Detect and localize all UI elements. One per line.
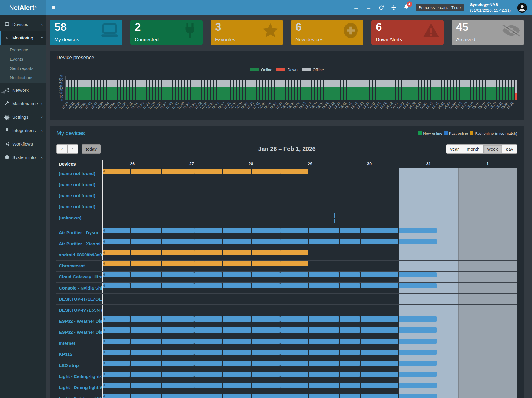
presence-event-bar[interactable] (252, 272, 280, 277)
device-name-link[interactable]: KP115 (56, 349, 102, 360)
presence-event-bar[interactable] (131, 361, 161, 366)
device-name-link[interactable]: ESP32 - Weather Display (56, 327, 102, 338)
notifications-bell-icon[interactable]: 4 (403, 4, 410, 11)
presence-event-bar[interactable] (309, 339, 339, 344)
device-name-link[interactable]: Console - Nvidia Shield T (56, 283, 102, 293)
sidebar-item-system-info[interactable]: System info‹ (0, 151, 46, 164)
card-archived[interactable]: 45Archived (452, 20, 524, 45)
presence-event-bar[interactable] (223, 361, 251, 366)
sidebar-toggle-hamburger-icon[interactable]: ≡ (46, 0, 61, 15)
presence-event-bar[interactable] (361, 350, 398, 355)
presence-event-bar[interactable] (361, 339, 398, 344)
user-avatar[interactable] (517, 3, 527, 13)
sidebar-item-maintenance[interactable]: Maintenance‹ (0, 97, 46, 110)
presence-event-bar[interactable] (131, 239, 161, 244)
card-new-devices[interactable]: 6New devices (291, 20, 363, 45)
presence-event-bar[interactable] (223, 394, 251, 398)
presence-event-bar[interactable] (194, 372, 222, 377)
presence-event-bar[interactable] (280, 261, 308, 266)
device-name-link[interactable]: Cloud Gateway Ultra (56, 272, 102, 282)
presence-event-bar[interactable] (361, 327, 398, 333)
presence-event-bar[interactable] (162, 361, 194, 366)
presence-event-bar[interactable] (340, 228, 360, 233)
presence-event-bar[interactable] (399, 239, 437, 244)
presence-event-bar[interactable] (252, 169, 280, 174)
presence-event-bar[interactable] (309, 361, 339, 366)
presence-event-bar[interactable] (103, 316, 130, 322)
presence-event-bar[interactable] (252, 394, 280, 398)
device-name-link[interactable]: Light - Dining light WiFi (56, 382, 102, 393)
presence-event-bar[interactable] (194, 339, 222, 344)
presence-event-bar[interactable] (340, 350, 360, 355)
presence-event-bar[interactable] (103, 169, 130, 174)
presence-event-bar[interactable] (103, 372, 130, 377)
presence-event-bar[interactable] (280, 228, 308, 233)
presence-event-bar[interactable] (223, 383, 251, 388)
presence-event-tick[interactable] (334, 213, 335, 218)
forward-arrow-icon[interactable]: → (366, 4, 372, 11)
presence-event-bar[interactable] (131, 316, 161, 322)
presence-event-bar[interactable] (103, 339, 130, 344)
presence-event-bar[interactable] (399, 272, 437, 277)
presence-event-bar[interactable] (399, 316, 437, 322)
presence-event-bar[interactable] (131, 169, 161, 174)
device-name-link[interactable]: Internet (56, 338, 102, 349)
submenu-item-events[interactable]: Events (0, 55, 46, 64)
card-favorites[interactable]: 3Favorites (211, 20, 283, 45)
device-name-link[interactable]: android-68608b93a00e4 (56, 249, 102, 260)
presence-event-bar[interactable] (340, 394, 360, 398)
sidebar-item-settings[interactable]: Settings‹ (0, 110, 46, 124)
card-connected[interactable]: 2Connected (130, 20, 203, 45)
presence-event-bar[interactable] (399, 283, 437, 288)
sidebar-item-integrations[interactable]: Integrations‹ (0, 124, 46, 137)
presence-event-bar[interactable] (131, 350, 161, 355)
device-name-link[interactable]: DESKTOP-H71L7GE 1f:99 (56, 294, 102, 304)
presence-event-bar[interactable] (162, 316, 194, 322)
presence-event-bar[interactable] (223, 250, 251, 255)
calendar-view-month-button[interactable]: month (463, 144, 484, 154)
presence-event-bar[interactable] (309, 239, 339, 244)
device-name-link[interactable]: Light - Sideboard WiFi (56, 393, 102, 398)
presence-event-bar[interactable] (131, 250, 161, 255)
sidebar-item-workflows[interactable]: Workflows (0, 137, 46, 151)
presence-event-bar[interactable] (280, 250, 308, 255)
presence-event-bar[interactable] (131, 327, 161, 333)
presence-event-bar[interactable] (194, 350, 222, 355)
presence-event-bar[interactable] (162, 228, 194, 233)
calendar-next-button[interactable]: › (67, 144, 78, 154)
presence-event-bar[interactable] (162, 339, 194, 344)
presence-event-bar[interactable] (194, 250, 222, 255)
presence-event-bar[interactable] (223, 372, 251, 377)
presence-event-bar[interactable] (340, 239, 360, 244)
presence-event-bar[interactable] (399, 228, 437, 233)
presence-event-bar[interactable] (131, 228, 161, 233)
presence-event-bar[interactable] (162, 372, 194, 377)
presence-event-bar[interactable] (280, 283, 308, 288)
presence-event-bar[interactable] (131, 372, 161, 377)
device-name-link[interactable]: (name not found) (56, 201, 102, 212)
presence-event-bar[interactable] (223, 272, 251, 277)
presence-event-bar[interactable] (340, 339, 360, 344)
presence-event-bar[interactable] (309, 272, 339, 277)
presence-event-bar[interactable] (162, 250, 194, 255)
presence-event-bar[interactable] (309, 372, 339, 377)
presence-event-bar[interactable] (252, 350, 280, 355)
presence-event-bar[interactable] (223, 169, 251, 174)
presence-event-bar[interactable] (223, 261, 251, 266)
presence-event-bar[interactable] (361, 316, 398, 322)
presence-event-bar[interactable] (399, 327, 437, 333)
presence-event-bar[interactable] (280, 272, 308, 277)
presence-event-bar[interactable] (194, 228, 222, 233)
device-name-link[interactable]: (unknown) (56, 212, 102, 227)
calendar-prev-button[interactable]: ‹ (56, 144, 68, 154)
submenu-item-sent-reports[interactable]: Sent reports (0, 64, 46, 73)
presence-event-bar[interactable] (223, 339, 251, 344)
presence-event-bar[interactable] (252, 250, 280, 255)
presence-event-bar[interactable] (131, 383, 161, 388)
presence-event-bar[interactable] (361, 272, 398, 277)
presence-event-bar[interactable] (340, 283, 360, 288)
presence-event-bar[interactable] (131, 272, 161, 277)
presence-event-bar[interactable] (280, 316, 308, 322)
presence-event-bar[interactable] (223, 228, 251, 233)
presence-event-bar[interactable] (280, 394, 308, 398)
